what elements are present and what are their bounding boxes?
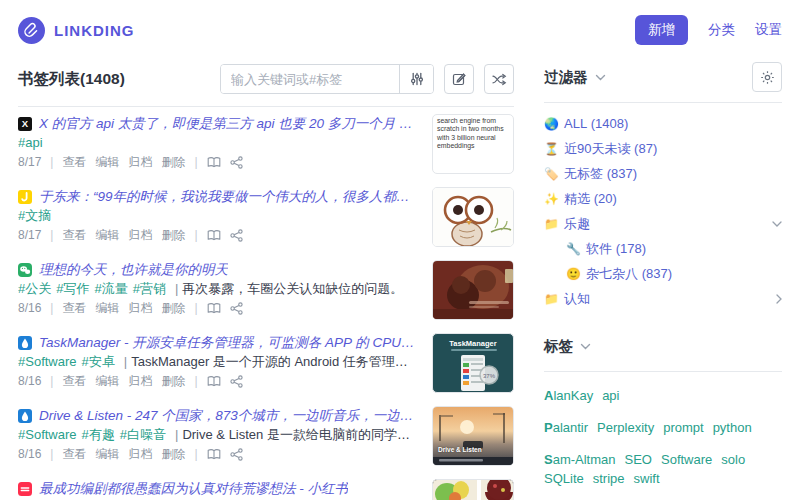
bookmark-title-link[interactable]: 最成功编剧都很愚蠢因为认真对待荒谬想法 - 小红书: [39, 480, 348, 498]
delete-action[interactable]: 删除: [161, 154, 185, 171]
tag-link[interactable]: Sam-Altman: [544, 450, 616, 469]
bookmark-thumbnail[interactable]: [432, 187, 514, 247]
edit-action[interactable]: 编辑: [95, 227, 119, 244]
view-action[interactable]: 查看: [62, 300, 86, 317]
bookmark-content: 最成功编剧都很愚蠢因为认真对待荒谬想法 - 小红书 #思考|创作的自由建立在严格…: [18, 479, 418, 500]
bookmark-column: 书签列表(1408): [18, 58, 514, 500]
archive-action[interactable]: 归档: [128, 227, 152, 244]
bookmark-thumbnail[interactable]: Drive & Listen: [432, 406, 514, 466]
chevron-down-icon[interactable]: [772, 221, 782, 227]
bookmark-tag[interactable]: #文摘: [18, 208, 51, 223]
filter-folder-fun[interactable]: 📁 乐趣: [544, 211, 782, 236]
edit-action[interactable]: 编辑: [95, 300, 119, 317]
tag-link[interactable]: prompt: [663, 418, 703, 437]
view-action[interactable]: 查看: [62, 446, 86, 463]
nav-settings-link[interactable]: 设置: [755, 21, 782, 39]
tag-link[interactable]: Perplexity: [597, 418, 654, 437]
reader-view-icon[interactable]: [207, 302, 221, 314]
shuffle-icon: [492, 73, 507, 86]
archive-action[interactable]: 归档: [128, 446, 152, 463]
filter-item-unread-90d[interactable]: ⏳ 近90天未读 (87): [544, 136, 782, 161]
view-action[interactable]: 查看: [62, 373, 86, 390]
archive-action[interactable]: 归档: [128, 373, 152, 390]
bookmark-tag[interactable]: #有趣: [82, 427, 115, 442]
hourglass-icon: ⏳: [544, 142, 564, 156]
filter-item-all[interactable]: 🌏 ALL (1408): [544, 111, 782, 136]
nav-categories-link[interactable]: 分类: [708, 21, 735, 39]
bookmark-thumbnail[interactable]: [432, 260, 514, 320]
tag-link[interactable]: AlanKay: [544, 386, 593, 405]
filter-label: 软件: [586, 240, 612, 258]
bookmark-tag[interactable]: #白噪音: [120, 427, 166, 442]
bookmark-thumbnail[interactable]: [432, 479, 514, 500]
filter-count: (178): [616, 241, 646, 256]
share-icon[interactable]: [230, 302, 243, 315]
bookmark-title-link[interactable]: Drive & Listen - 247 个国家，873个城市，一边听音乐，一边…: [39, 407, 418, 425]
tag-link[interactable]: Palantir: [544, 418, 588, 437]
share-icon[interactable]: [230, 375, 243, 388]
filter-folder-cognition[interactable]: 📁 认知: [544, 286, 782, 311]
delete-action[interactable]: 删除: [161, 373, 185, 390]
favicon-xiaohongshu-icon: [18, 482, 32, 496]
tag-link[interactable]: solo: [721, 450, 745, 469]
chevron-down-icon[interactable]: [580, 343, 591, 350]
bookmark-tag[interactable]: #安卓: [82, 354, 115, 369]
bookmark-title-link[interactable]: TaskManager - 开源安卓任务管理器，可监测各 APP 的 CPU、内…: [39, 334, 418, 352]
bookmark-thumbnail[interactable]: search engine from scratch in two months…: [432, 114, 514, 174]
bookmark-title-link[interactable]: X 的官方 api 太贵了，即便是第三方 api 也要 20 多刀一个月 而 t…: [39, 115, 418, 133]
bookmark-tag[interactable]: #营销: [133, 281, 166, 296]
reader-view-icon[interactable]: [207, 156, 221, 168]
delete-action[interactable]: 删除: [161, 300, 185, 317]
app-header: LINKDING 新增 分类 设置: [0, 0, 800, 58]
archive-action[interactable]: 归档: [128, 154, 152, 171]
reader-view-icon[interactable]: [207, 448, 221, 460]
tag-link[interactable]: SQLite: [544, 469, 584, 488]
share-icon[interactable]: [230, 229, 243, 242]
tag-link[interactable]: stripe: [593, 469, 625, 488]
bookmark-tag[interactable]: #公关: [18, 281, 51, 296]
search-input[interactable]: [221, 65, 399, 93]
tag-link[interactable]: Software: [661, 450, 712, 469]
favicon-appinn-icon: [18, 409, 32, 423]
tags-header: 标签: [544, 327, 782, 371]
edit-action[interactable]: 编辑: [95, 373, 119, 390]
bookmark-tag[interactable]: #Software: [18, 354, 77, 369]
chevron-down-icon[interactable]: [595, 74, 606, 81]
reader-view-icon[interactable]: [207, 229, 221, 241]
bookmark-tag[interactable]: #Software: [18, 427, 77, 442]
bookmark-tag[interactable]: #api: [18, 135, 43, 150]
tag-link[interactable]: SEO: [625, 450, 652, 469]
add-bookmark-button[interactable]: 新增: [635, 15, 688, 45]
bookmark-title-link[interactable]: 理想的今天，也许就是你的明天: [39, 261, 228, 279]
bookmark-tag[interactable]: #流量: [94, 281, 127, 296]
filter-item-featured[interactable]: ✨ 精选 (20): [544, 186, 782, 211]
reader-view-icon[interactable]: [207, 375, 221, 387]
share-icon[interactable]: [230, 156, 243, 169]
filter-item-misc[interactable]: 🙂 杂七杂八 (837): [544, 261, 782, 286]
bulk-edit-button[interactable]: [444, 64, 474, 94]
archive-action[interactable]: 归档: [128, 300, 152, 317]
filter-settings-button[interactable]: [752, 62, 782, 92]
app-logo[interactable]: LINKDING: [18, 17, 135, 44]
edit-action[interactable]: 编辑: [95, 446, 119, 463]
edit-action[interactable]: 编辑: [95, 154, 119, 171]
thumbnail-text: search engine from scratch in two months…: [433, 115, 513, 173]
bookmark-title-link[interactable]: 于东来：“99年的时候，我说我要做一个伟大的人，很多人都说我: [39, 188, 418, 206]
view-action[interactable]: 查看: [62, 154, 86, 171]
bookmark-tag[interactable]: #写作: [56, 281, 89, 296]
filter-item-untagged[interactable]: 🏷️ 无标签 (837): [544, 161, 782, 186]
bookmark-thumbnail[interactable]: TaskManager 37%: [432, 333, 514, 393]
share-icon[interactable]: [230, 448, 243, 461]
bookmark-date: 8/17: [18, 228, 41, 242]
search-options-button[interactable]: [399, 64, 433, 94]
random-order-button[interactable]: [484, 64, 514, 94]
view-action[interactable]: 查看: [62, 227, 86, 244]
tag-link[interactable]: api: [602, 386, 619, 405]
delete-action[interactable]: 删除: [161, 227, 185, 244]
chevron-right-icon[interactable]: [776, 294, 782, 304]
delete-action[interactable]: 删除: [161, 446, 185, 463]
tag-link[interactable]: python: [713, 418, 752, 437]
filter-item-software[interactable]: 🔧 软件 (178): [544, 236, 782, 261]
filter-count: (87): [634, 141, 657, 156]
tag-link[interactable]: swift: [634, 469, 660, 488]
